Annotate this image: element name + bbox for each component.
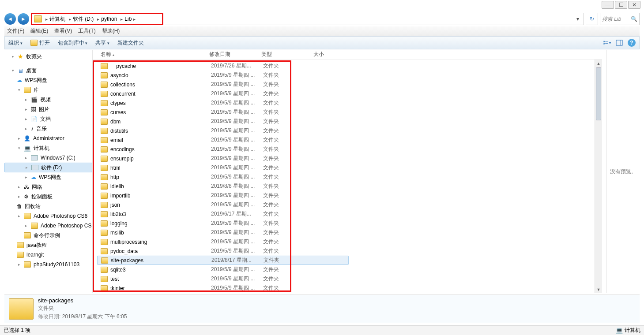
menu-view[interactable]: 查看(V)	[54, 27, 72, 35]
file-row[interactable]: __pycache__2019/7/26 星期...文件夹	[97, 61, 602, 71]
search-input[interactable]: 搜索 Lib 🔍	[600, 13, 640, 25]
scroll-up-icon[interactable]: ▲	[595, 60, 602, 67]
file-row[interactable]: email2019/5/9 星期四 ...文件夹	[97, 135, 602, 145]
file-type: 文件夹	[263, 90, 315, 97]
col-date[interactable]: 修改日期	[209, 51, 261, 58]
nav-ps1[interactable]: ▸Adobe Photoshop CS6	[4, 211, 92, 221]
file-type: 文件夹	[263, 284, 315, 292]
file-row[interactable]: distutils2019/5/9 星期四 ...文件夹	[97, 126, 602, 135]
file-row[interactable]: curses2019/5/9 星期四 ...文件夹	[97, 108, 602, 117]
file-row[interactable]: dbm2019/5/9 星期四 ...文件夹	[97, 117, 602, 126]
nav-learngit[interactable]: learngit	[4, 250, 92, 260]
file-name: json	[110, 202, 211, 208]
nav-ps2[interactable]: ▸Adobe Photoshop CS	[4, 221, 92, 231]
minimize-button[interactable]: —	[602, 1, 614, 9]
file-row[interactable]: pydoc_data2019/5/9 星期四 ...文件夹	[97, 246, 602, 256]
file-name: distutils	[110, 128, 211, 134]
view-options-icon[interactable]: ▾	[603, 39, 611, 47]
nav-favorites[interactable]: ▸★收藏夹	[4, 52, 92, 61]
nav-cpanel[interactable]: ▸⚙控制面板	[4, 192, 92, 201]
nav-libraries[interactable]: ▾库	[4, 85, 92, 95]
file-row[interactable]: json2019/5/9 星期四 ...文件夹	[97, 200, 602, 209]
forward-button[interactable]: ►	[18, 13, 29, 25]
menu-edit[interactable]: 编辑(E)	[30, 27, 48, 35]
nav-desktop[interactable]: ▾🖥桌面	[4, 66, 92, 75]
file-date: 2019/5/9 星期四 ...	[211, 155, 263, 162]
status-left: 已选择 1 项	[4, 327, 30, 334]
scroll-thumb[interactable]	[596, 67, 601, 120]
new-folder-button[interactable]: 新建文件夹	[117, 39, 144, 47]
close-button[interactable]: ✕	[628, 1, 640, 9]
scrollbar[interactable]: ▲ ▼	[595, 60, 602, 293]
nav-network[interactable]: ▸🖧网络	[4, 182, 92, 192]
file-row[interactable]: encodings2019/5/9 星期四 ...文件夹	[97, 145, 602, 154]
file-row[interactable]: site-packages2019/8/17 星期...文件夹	[97, 256, 349, 265]
file-row[interactable]: test2019/5/9 星期四 ...文件夹	[97, 274, 602, 283]
file-row[interactable]: ensurepip2019/5/9 星期四 ...文件夹	[97, 154, 602, 163]
file-type: 文件夹	[263, 155, 315, 162]
cloud-icon: ☁	[31, 174, 36, 180]
file-row[interactable]: asyncio2019/5/9 星期四 ...文件夹	[97, 71, 602, 80]
nav-wps[interactable]: ☁WPS网盘	[4, 75, 92, 85]
file-row[interactable]: html2019/5/9 星期四 ...文件夹	[97, 163, 602, 172]
organize-button[interactable]: 组织	[8, 39, 23, 47]
address-dropdown[interactable]: ▾	[165, 13, 584, 25]
file-row[interactable]: http2019/5/9 星期四 ...文件夹	[97, 172, 602, 182]
nav-music[interactable]: ▸♪音乐	[4, 124, 92, 134]
crumb-drive[interactable]: 软件 (D:)	[73, 15, 94, 23]
file-date: 2019/5/9 星期四 ...	[211, 164, 263, 171]
nav-recycle[interactable]: 🗑回收站	[4, 201, 92, 211]
include-button[interactable]: 包含到库中	[58, 39, 88, 47]
preview-pane: 没有预览。	[606, 50, 640, 293]
file-row[interactable]: sqlite32019/5/9 星期四 ...文件夹	[97, 265, 602, 274]
preview-pane-icon[interactable]	[615, 39, 623, 47]
folder-icon	[101, 91, 108, 97]
share-button[interactable]: 共享	[95, 39, 109, 47]
file-row[interactable]: importlib2019/5/9 星期四 ...文件夹	[97, 191, 602, 200]
nav-documents[interactable]: ▸📄文档	[4, 114, 92, 124]
col-size[interactable]: 大小	[313, 51, 349, 58]
open-button[interactable]: 打开	[30, 39, 50, 47]
col-type[interactable]: 类型	[261, 51, 313, 58]
file-name: lib2to3	[110, 211, 211, 217]
file-row[interactable]: lib2to32019/6/17 星期...文件夹	[97, 209, 602, 219]
menu-file[interactable]: 文件(F)	[7, 27, 24, 35]
file-row[interactable]: collections2019/5/9 星期四 ...文件夹	[97, 80, 602, 89]
nav-java[interactable]: java教程	[4, 240, 92, 250]
folder-icon	[101, 239, 108, 245]
folder-icon	[34, 15, 42, 22]
file-row[interactable]: logging2019/5/9 星期四 ...文件夹	[97, 219, 602, 228]
crumb-lib[interactable]: Lib	[124, 16, 132, 22]
refresh-button[interactable]: ↻	[586, 13, 598, 25]
file-row[interactable]: ctypes2019/5/9 星期四 ...文件夹	[97, 98, 602, 108]
col-name[interactable]: 名称 ▴	[101, 51, 209, 58]
file-row[interactable]: tkinter2019/5/9 星期四 ...文件夹	[97, 283, 602, 293]
scroll-down-icon[interactable]: ▼	[595, 286, 602, 293]
back-button[interactable]: ◄	[4, 13, 16, 25]
nav-phpstudy[interactable]: ▸phpStudy20161103	[4, 260, 92, 269]
file-row[interactable]: multiprocessing2019/5/9 星期四 ...文件夹	[97, 237, 602, 246]
file-row[interactable]: concurrent2019/5/9 星期四 ...文件夹	[97, 89, 602, 98]
nav-admin[interactable]: ▸👤Administrator	[4, 134, 92, 143]
maximize-button[interactable]: ☐	[615, 1, 627, 9]
folder-icon	[101, 257, 108, 264]
address-bar[interactable]: ▸计算机 ▸软件 (D:) ▸python ▸Lib▸	[31, 13, 163, 25]
file-date: 2019/8/8 星期四 ...	[211, 182, 263, 190]
help-icon[interactable]: ?	[628, 39, 636, 47]
status-right[interactable]: 💻计算机	[616, 327, 640, 334]
nav-win7[interactable]: ▸Windows7 (C:)	[4, 153, 92, 163]
nav-videos[interactable]: ▸🎬视频	[4, 95, 92, 104]
file-row[interactable]: msilib2019/5/9 星期四 ...文件夹	[97, 228, 602, 237]
file-date: 2019/5/9 星期四 ...	[211, 238, 263, 246]
nav-cmd[interactable]: 命令行示例	[4, 231, 92, 240]
menu-tools[interactable]: 工具(T)	[78, 27, 95, 35]
file-row[interactable]: idlelib2019/8/8 星期四 ...文件夹	[97, 182, 602, 191]
crumb-python[interactable]: python	[101, 16, 117, 22]
crumb-computer[interactable]: 计算机	[49, 15, 65, 23]
toolbar: 组织 打开 包含到库中 共享 新建文件夹 ▾ ?	[4, 36, 640, 49]
menu-help[interactable]: 帮助(H)	[102, 27, 120, 35]
nav-soft-d[interactable]: ▸软件 (D:)	[4, 163, 92, 172]
nav-wps2[interactable]: ▸☁WPS网盘	[4, 172, 92, 182]
nav-pictures[interactable]: ▸🖼图片	[4, 104, 92, 114]
nav-computer[interactable]: ▾💻计算机	[4, 143, 92, 153]
